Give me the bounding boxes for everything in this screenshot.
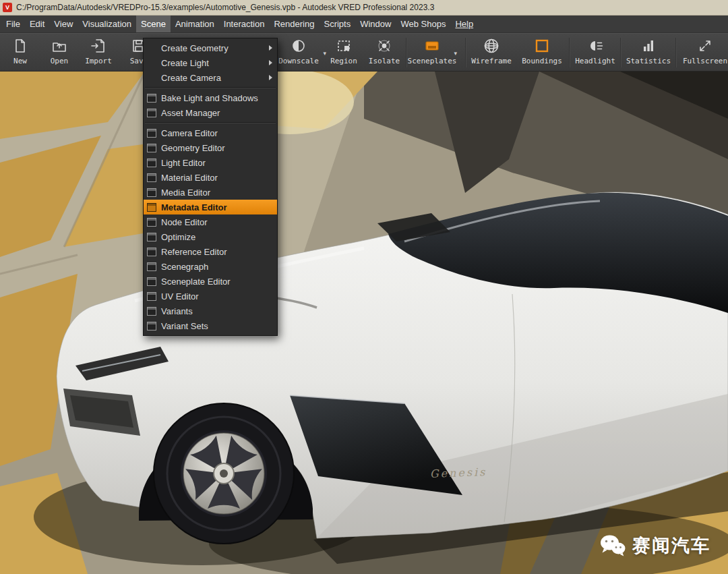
toolbar-label: Sceneplates	[408, 57, 457, 65]
menu-scene[interactable]: Scene	[136, 16, 171, 32]
menu-window[interactable]: Window	[355, 16, 396, 32]
scene-menu-item-variants[interactable]: Variants	[144, 304, 277, 318]
scene-menu-item-bake-light-and-shadows[interactable]: Bake Light and Shadows	[144, 90, 277, 105]
new-file-icon	[12, 37, 28, 55]
scene-menu-item-scenegraph[interactable]: Scenegraph	[144, 259, 277, 274]
watermark-text: 赛闻汽车	[632, 534, 710, 558]
window-title: C:/ProgramData/Autodesk/VREDPro-15.3/exa…	[16, 3, 434, 12]
menu-edit[interactable]: Edit	[25, 16, 49, 32]
scene-menu-item-sceneplate-editor[interactable]: Sceneplate Editor	[144, 274, 277, 289]
wireframe-icon	[483, 37, 500, 55]
panel-icon	[147, 307, 156, 316]
panel-icon	[147, 322, 156, 331]
scene-menu-item-media-editor[interactable]: Media Editor	[144, 185, 277, 200]
scene-menu-item-create-geometry[interactable]: Create Geometry	[144, 40, 277, 55]
title-bar: V C:/ProgramData/Autodesk/VREDPro-15.3/e…	[0, 0, 728, 16]
scene-menu-item-optimize[interactable]: Optimize	[144, 229, 277, 244]
sceneplates-button[interactable]: ▾ Sceneplates	[410, 34, 454, 71]
chevron-down-icon[interactable]: ▾	[454, 50, 457, 57]
menu-rendering[interactable]: Rendering	[269, 16, 319, 32]
scene-menu-item-uv-editor[interactable]: UV Editor	[144, 289, 277, 304]
panel-icon	[147, 159, 156, 167]
menu-visualization[interactable]: Visualization	[78, 16, 136, 32]
scene-menu-item-metadata-editor[interactable]: Metadata Editor	[144, 200, 277, 214]
toolbar-label: Statistics	[626, 57, 671, 65]
scene-menu-item-light-editor[interactable]: Light Editor	[144, 155, 277, 170]
menu-animation[interactable]: Animation	[171, 16, 219, 32]
panel-icon	[147, 144, 156, 152]
toolbar-label: Import	[85, 57, 112, 65]
main-toolbar: New Open Import Save ▾ Downscale	[0, 33, 728, 71]
viewport-3d[interactable]: Genesis 赛闻汽车	[0, 71, 728, 574]
boundings-button[interactable]: Boundings	[518, 34, 566, 71]
toolbar-separator	[465, 38, 466, 67]
toolbar-separator	[620, 38, 621, 67]
vred-logo-icon: V	[3, 3, 12, 12]
statistics-icon	[640, 37, 657, 55]
panel-icon	[147, 292, 156, 301]
statistics-button[interactable]: Statistics	[624, 34, 673, 71]
panel-icon	[147, 188, 156, 197]
toolbar-label: Wireframe	[471, 57, 512, 65]
open-button[interactable]: Open	[40, 34, 78, 71]
panel-icon	[147, 129, 156, 138]
scene-menu-item-material-editor[interactable]: Material Editor	[144, 170, 277, 185]
menu-view[interactable]: View	[49, 16, 78, 32]
scene-menu-dropdown: Create Geometry Create Light Create Came…	[143, 38, 278, 336]
isolate-icon	[376, 37, 392, 55]
toolbar-separator	[569, 38, 570, 67]
wechat-icon	[599, 534, 626, 557]
panel-icon	[147, 173, 156, 182]
panel-icon	[147, 218, 156, 227]
import-icon	[90, 37, 107, 55]
menu-file[interactable]: File	[1, 16, 25, 32]
toolbar-separator	[675, 38, 677, 67]
region-icon	[336, 37, 352, 55]
scene-menu-item-create-light[interactable]: Create Light	[144, 55, 277, 70]
panel-icon	[147, 277, 156, 286]
menu-interaction[interactable]: Interaction	[219, 16, 270, 32]
headlight-button[interactable]: Headlight	[573, 34, 617, 71]
toolbar-label: Boundings	[522, 57, 562, 65]
menu-web-shops[interactable]: Web Shops	[396, 16, 450, 32]
panel-icon	[147, 248, 156, 256]
scene-menu-item-create-camera[interactable]: Create Camera	[144, 70, 277, 85]
submenu-arrow-icon	[269, 45, 272, 51]
panel-icon	[147, 94, 156, 103]
fullscreen-button[interactable]: Fullscreen	[679, 34, 728, 71]
scene-menu-item-geometry-editor[interactable]: Geometry Editor	[144, 140, 277, 155]
scene-menu-item-node-editor[interactable]: Node Editor	[144, 214, 277, 229]
panel-icon	[147, 203, 156, 212]
render-scene: Genesis	[0, 71, 728, 574]
import-button[interactable]: Import	[80, 34, 117, 71]
scene-menu-item-camera-editor[interactable]: Camera Editor	[144, 125, 277, 140]
toolbar-label: New	[13, 57, 27, 65]
headlight-icon	[586, 37, 604, 55]
submenu-arrow-icon	[269, 75, 272, 80]
new-button[interactable]: New	[1, 34, 39, 71]
scene-menu-item-variant-sets[interactable]: Variant Sets	[144, 318, 277, 333]
wireframe-button[interactable]: Wireframe	[469, 34, 514, 71]
fullscreen-icon	[697, 37, 713, 55]
region-button[interactable]: Region	[325, 34, 363, 71]
scene-menu-item-reference-editor[interactable]: Reference Editor	[144, 244, 277, 259]
menu-bar: File Edit View Visualization Scene Anima…	[0, 16, 728, 33]
toolbar-label: Downscale	[278, 57, 319, 65]
scene-menu-item-asset-manager[interactable]: Asset Manager	[144, 105, 277, 120]
front-wheel	[154, 403, 294, 544]
toolbar-label: Isolate	[369, 57, 400, 65]
watermark: 赛闻汽车	[599, 534, 710, 558]
submenu-arrow-icon	[269, 60, 272, 65]
vred-window: V C:/ProgramData/Autodesk/VREDPro-15.3/e…	[0, 0, 728, 574]
sceneplates-icon	[424, 37, 440, 55]
menu-scripts[interactable]: Scripts	[319, 16, 355, 32]
toolbar-label: Fullscreen	[683, 57, 727, 65]
open-file-icon	[51, 37, 67, 55]
menu-separator	[145, 122, 276, 123]
toolbar-label: Open	[51, 57, 69, 65]
toolbar-label: Headlight	[575, 57, 615, 65]
downscale-button[interactable]: ▾ Downscale	[274, 34, 324, 71]
menu-help[interactable]: Help	[450, 16, 478, 32]
panel-icon	[147, 233, 156, 241]
isolate-button[interactable]: Isolate	[364, 34, 404, 71]
